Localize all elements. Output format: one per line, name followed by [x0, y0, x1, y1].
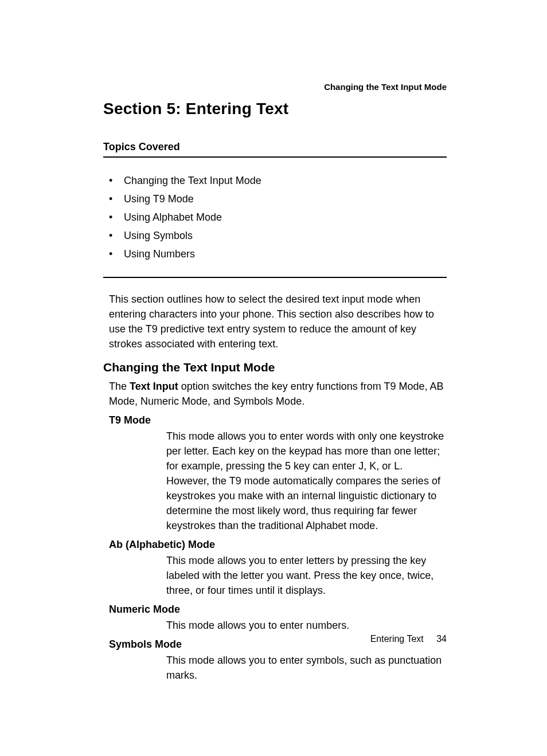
- list-item: Using T9 Mode: [109, 190, 447, 208]
- section-title: Section 5: Entering Text: [103, 100, 447, 118]
- mode-heading-t9: T9 Mode: [109, 414, 447, 426]
- topics-covered-heading: Topics Covered: [103, 141, 447, 153]
- list-item: Using Numbers: [109, 245, 447, 263]
- section-intro: This section outlines how to select the …: [109, 292, 447, 351]
- topics-list: Changing the Text Input Mode Using T9 Mo…: [109, 171, 447, 263]
- horizontal-rule: [103, 277, 447, 278]
- mode-heading-ab: Ab (Alphabetic) Mode: [109, 539, 447, 551]
- subsection-heading: Changing the Text Input Mode: [103, 361, 447, 374]
- page-footer: Entering Text 34: [370, 634, 447, 644]
- horizontal-rule: [103, 156, 447, 158]
- document-page: Changing the Text Input Mode Section 5: …: [0, 0, 547, 756]
- running-head: Changing the Text Input Mode: [324, 82, 447, 92]
- mode-heading-numeric: Numeric Mode: [109, 604, 447, 616]
- mode-body-ab: This mode allows you to enter letters by…: [166, 553, 447, 598]
- text-run: The: [109, 381, 130, 392]
- mode-body-t9: This mode allows you to enter words with…: [166, 429, 447, 533]
- list-item: Using Alphabet Mode: [109, 208, 447, 226]
- footer-section-name: Entering Text: [370, 634, 424, 644]
- list-item: Changing the Text Input Mode: [109, 171, 447, 190]
- mode-body-numeric: This mode allows you to enter numbers.: [166, 618, 447, 633]
- subsection-body: The Text Input option switches the key e…: [109, 379, 447, 409]
- text-bold: Text Input: [130, 381, 178, 392]
- list-item: Using Symbols: [109, 226, 447, 245]
- mode-body-symbols: This mode allows you to enter symbols, s…: [166, 653, 447, 683]
- page-number: 34: [436, 634, 447, 644]
